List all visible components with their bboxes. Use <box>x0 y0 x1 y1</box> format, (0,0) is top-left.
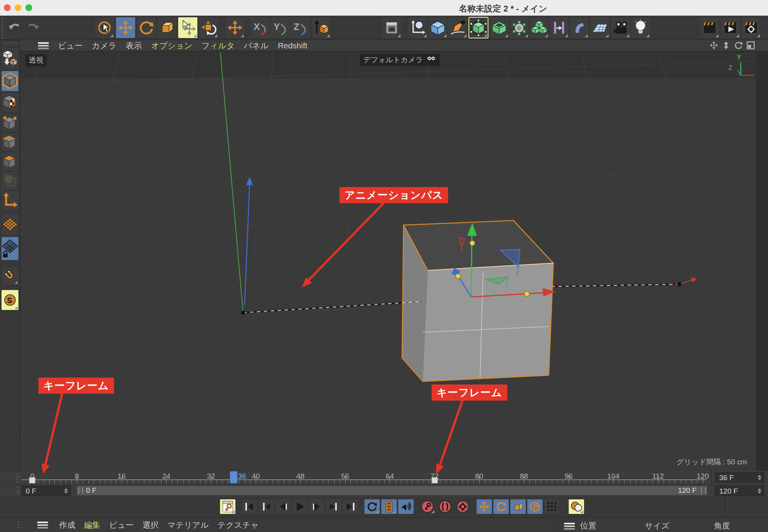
playhead[interactable] <box>230 471 237 483</box>
texture-mode-button[interactable] <box>1 93 19 112</box>
view-label[interactable]: 透視 <box>25 54 47 66</box>
pen-spline-button[interactable] <box>448 17 468 38</box>
free-rotate-button[interactable] <box>199 17 218 38</box>
vmenu-options[interactable]: オプション <box>151 40 192 51</box>
sound-button[interactable] <box>398 499 414 514</box>
toggle-view-icon[interactable] <box>746 41 755 50</box>
toolbar-grip[interactable] <box>1 17 5 38</box>
cube-object[interactable] <box>402 220 553 381</box>
path-keyframe-point-start[interactable] <box>241 311 245 315</box>
zoom-window-icon[interactable] <box>25 4 32 11</box>
coordinate-system-button[interactable] <box>311 17 331 38</box>
x-axis-lock-button[interactable]: X <box>250 17 270 38</box>
preview-range-slider[interactable]: 0 F 120 F <box>77 486 707 495</box>
vmenu-redshift[interactable]: Redshift <box>278 41 307 50</box>
next-key-button[interactable] <box>326 499 342 514</box>
viewport-menu-icon[interactable] <box>38 41 49 50</box>
previous-frame-button[interactable] <box>275 499 291 514</box>
move-tool-button[interactable] <box>116 17 136 38</box>
menu-edit[interactable]: 編集 <box>84 520 100 530</box>
spline-wrap-button[interactable] <box>549 17 569 38</box>
object-axis-button[interactable] <box>1 191 19 210</box>
scale-tool-button[interactable] <box>157 17 177 38</box>
current-frame-field[interactable]: 36 F <box>715 472 764 482</box>
tweak-mode-button[interactable] <box>1 171 19 190</box>
extrude-button[interactable] <box>489 17 509 38</box>
pan-view-icon[interactable] <box>710 41 718 50</box>
record-keyframe-button[interactable] <box>220 499 236 514</box>
keyframe-marker[interactable] <box>431 477 438 484</box>
key-scale-button[interactable] <box>510 499 526 514</box>
sidebar-grip[interactable] <box>2 41 18 45</box>
range-left-grip[interactable] <box>78 487 83 494</box>
key-rotation-button[interactable] <box>493 499 509 514</box>
menu-select[interactable]: 選択 <box>142 520 159 530</box>
menu-texture[interactable]: テクスチャ <box>217 520 258 530</box>
key-pla-button[interactable] <box>544 499 560 514</box>
play-button[interactable] <box>292 499 308 514</box>
bend-button[interactable] <box>569 17 589 38</box>
timeline-menu-icon[interactable] <box>37 520 48 530</box>
snap-settings-button[interactable]: S <box>1 290 19 310</box>
lattice-button[interactable] <box>509 17 529 38</box>
render-settings-button[interactable] <box>741 17 761 38</box>
camera-label[interactable]: デフォルトカメラ <box>360 54 440 66</box>
coordinate-menu-icon[interactable] <box>564 522 575 531</box>
zoom-view-icon[interactable] <box>722 41 730 50</box>
range-start-field[interactable]: 0 F <box>22 486 71 496</box>
vmenu-camera[interactable]: カメラ <box>92 40 116 51</box>
next-frame-button[interactable] <box>309 499 325 514</box>
minimize-window-icon[interactable] <box>15 4 22 11</box>
z-axis-lock-button[interactable]: Z <box>290 17 310 38</box>
rotate-tool-button[interactable] <box>136 17 156 38</box>
locked-workplane-button[interactable] <box>1 237 19 260</box>
edge-mode-button[interactable] <box>1 133 19 151</box>
previous-key-button[interactable] <box>258 499 274 514</box>
current-frame-stepper[interactable] <box>758 474 761 481</box>
show-preview-range-button[interactable] <box>381 499 397 514</box>
record-settings-button[interactable] <box>455 499 471 514</box>
viewport-3d[interactable]: Y Z X 透視 デフォルトカメラ グリッド間隔 : 50 cm <box>20 51 756 471</box>
simulation-spheres-button[interactable] <box>568 499 584 514</box>
key-position-button[interactable] <box>476 499 492 514</box>
menu-material[interactable]: マテリアル <box>167 520 209 530</box>
point-mode-button[interactable] <box>1 114 19 132</box>
array-button[interactable] <box>529 17 549 38</box>
light-button[interactable] <box>631 17 650 38</box>
coordinates-button[interactable] <box>408 17 428 38</box>
close-window-icon[interactable] <box>4 4 11 11</box>
vmenu-panel[interactable]: パネル <box>244 40 268 51</box>
timeline-ruler[interactable]: 081624324048566472808896104112120 36 36 … <box>0 471 768 485</box>
render-active-view-button[interactable] <box>700 17 720 38</box>
vmenu-filter[interactable]: フィルタ <box>202 40 235 51</box>
goto-end-button[interactable] <box>343 499 359 514</box>
end-frame-field[interactable]: 120 F <box>715 486 764 496</box>
path-keyframe-point-end[interactable] <box>677 282 682 287</box>
menu-view[interactable]: ビュー <box>109 520 134 530</box>
snap-magnet-button[interactable] <box>1 267 19 285</box>
camera-button[interactable] <box>611 17 631 38</box>
live-selection-button[interactable] <box>94 17 114 38</box>
render-picture-viewer-button[interactable] <box>720 17 740 38</box>
floor-button[interactable] <box>590 17 610 38</box>
range-right-grip[interactable] <box>701 487 706 494</box>
polygon-mode-button[interactable] <box>1 152 19 171</box>
render-view-button[interactable] <box>382 17 402 38</box>
record-position-button[interactable] <box>419 499 435 514</box>
record-parameters-button[interactable] <box>437 499 453 514</box>
axis-move-button[interactable] <box>225 17 245 38</box>
menu-create[interactable]: 作成 <box>59 520 75 530</box>
redo-button[interactable] <box>23 17 43 38</box>
range-start-stepper[interactable] <box>64 487 68 494</box>
workplane-button[interactable] <box>1 214 19 235</box>
rotate-view-icon[interactable] <box>734 41 743 50</box>
vmenu-view[interactable]: ビュー <box>58 40 83 51</box>
range-grip[interactable] <box>16 486 20 495</box>
timeline-grip[interactable] <box>16 472 20 483</box>
undo-button[interactable] <box>5 17 25 38</box>
key-parameter-button[interactable]: P <box>527 499 543 514</box>
keyframe-marker[interactable] <box>29 477 36 484</box>
loop-playback-button[interactable] <box>364 499 380 514</box>
subdivision-surface-button[interactable] <box>468 17 488 38</box>
make-editable-button[interactable] <box>1 48 19 69</box>
